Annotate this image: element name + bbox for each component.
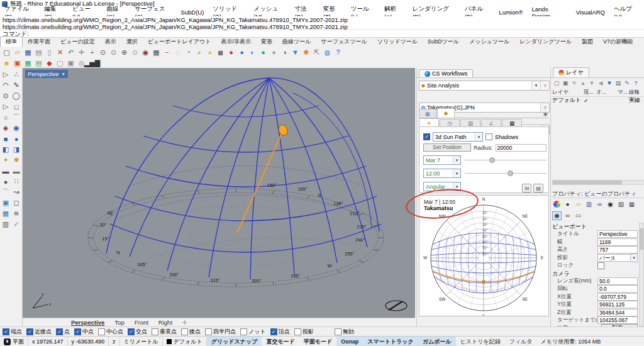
toolbar-tab[interactable]: 表示 (100, 37, 121, 47)
toolbar-icon[interactable]: ▦ (23, 48, 33, 57)
toolbar-icon[interactable]: ▢ (55, 59, 65, 68)
toolbar-tab[interactable]: ビューの設定 (55, 37, 100, 47)
tool-palette-icon[interactable]: ● (1, 176, 11, 187)
property-value-input[interactable]: 757 (597, 246, 638, 254)
tool-palette-icon[interactable]: ▬ (1, 165, 11, 176)
toolbar-icon[interactable]: ◕ (204, 48, 215, 57)
toolbar-icon[interactable]: ▤ (33, 48, 44, 57)
osnap-checkbox[interactable]: ✓ (3, 328, 9, 335)
tab-location[interactable]: ◍ (419, 109, 436, 118)
add-viewport-icon[interactable]: ✛ (178, 319, 192, 326)
toolbar-icon[interactable]: ◐ (247, 48, 258, 57)
tool-palette-icon[interactable]: □ (11, 101, 22, 112)
set-position-button[interactable]: Set Position (423, 143, 471, 152)
toolbar-icon[interactable]: ▂▅▇ (87, 59, 97, 68)
help-icon[interactable]: ? (540, 81, 549, 90)
layer-row-default[interactable]: デフォルト✓実線 (552, 96, 643, 104)
tool-palette-icon[interactable]: ◻ (11, 198, 22, 208)
toolbar-icon[interactable]: ⊙ (130, 48, 140, 57)
properties-vertical-scrollbar[interactable] (639, 223, 644, 326)
status-toggle[interactable]: スマートトラック (363, 337, 418, 346)
status-toggle[interactable]: ガムボール (418, 337, 456, 346)
osnap-checkbox[interactable] (152, 328, 158, 335)
toolbar-icon[interactable]: − (162, 48, 172, 57)
toolbar-icon[interactable]: ● (236, 48, 247, 57)
toolbar-tab[interactable]: 製図 (577, 37, 598, 47)
osnap-checkbox[interactable] (294, 328, 301, 335)
tool-palette-icon[interactable]: ▷ (1, 69, 11, 80)
north-rotation-widget-icon[interactable] (386, 301, 407, 311)
tool-palette-icon[interactable]: ◠ (1, 80, 11, 91)
tool-palette-icon[interactable]: ◈ (1, 123, 11, 133)
sun-path-dropdown[interactable]: 3d Sun Path ▼ (433, 132, 483, 142)
toolbar-icon[interactable]: ✛ (76, 48, 87, 57)
layers-horizontal-scrollbar[interactable] (552, 180, 643, 185)
viewport-tab[interactable]: Top (110, 319, 128, 326)
toolbar-icon[interactable]: ▼ (290, 48, 301, 57)
property-value-input[interactable]: パース (597, 254, 631, 262)
property-value-input[interactable]: 104255.067 (597, 316, 638, 324)
date-dropdown[interactable]: Mar 7 ▼ (423, 155, 461, 165)
osnap-checkbox[interactable] (98, 328, 105, 335)
status-toggle[interactable]: フィルタ (505, 337, 537, 346)
viewport-tab[interactable]: Perspective (67, 319, 109, 326)
toolbar-icon[interactable]: ↶ (65, 48, 76, 57)
layers-toolbar-icon[interactable]: ▼ (587, 79, 596, 87)
menu-item[interactable]: SubD(U) (176, 9, 208, 16)
toolbar-icon[interactable]: ◔ (183, 48, 194, 57)
toolbar-icon[interactable]: ▯ (44, 48, 55, 57)
layers-toolbar-icon[interactable]: ✎ (623, 79, 631, 87)
layers-column-header[interactable]: オ... (596, 89, 606, 96)
image-icon[interactable]: ▧ (616, 200, 626, 209)
properties-view-icon[interactable]: ◉ (552, 211, 562, 220)
status-toggle[interactable]: Osnap (336, 337, 363, 346)
display-icon[interactable]: ▥ (584, 200, 594, 209)
tool-palette-icon[interactable]: ▥ (1, 219, 11, 230)
link-icon[interactable]: ∞ (595, 200, 604, 209)
toolbar-icon[interactable]: ▦ (23, 59, 33, 68)
layers-toolbar-icon[interactable]: ? (631, 79, 640, 87)
property-value-input[interactable]: 0.0 (597, 285, 638, 293)
layers-toolbar-icon[interactable]: ▲ (579, 79, 587, 87)
toolbar-icon[interactable]: ◌ (172, 48, 183, 57)
layers-toolbar-icon[interactable]: ◀ (596, 79, 605, 87)
toolbar-icon[interactable]: ◕ (194, 48, 204, 57)
tool-palette-icon[interactable]: ▷ (1, 101, 11, 112)
active-layer-segment[interactable]: デフォルト (163, 337, 207, 346)
tool-palette-icon[interactable]: ■ (1, 133, 11, 144)
toolbar-tab[interactable]: 曲線ツール (277, 37, 316, 47)
layer-cell[interactable]: ✓ (584, 98, 596, 104)
tool-palette-icon[interactable]: ⊙ (1, 91, 11, 101)
tool-palette-icon[interactable]: ⌒ (11, 112, 22, 123)
toolbar-icon[interactable]: + (87, 48, 97, 57)
color-wheel-icon[interactable] (552, 200, 562, 209)
viewport-title-label[interactable]: Perspective ▼ (25, 70, 68, 78)
layers-toolbar-icon[interactable]: ▢ (552, 79, 561, 87)
viewport-tab[interactable]: Front (130, 319, 153, 326)
tool-palette-icon[interactable]: ∴ (11, 69, 22, 80)
tool-palette-icon[interactable]: ▬ (11, 165, 22, 176)
time-dropdown[interactable]: 12:00 ▼ (423, 169, 461, 178)
tool-palette-icon[interactable]: ▦ (1, 208, 11, 219)
tool-palette-icon[interactable]: ∷ (11, 176, 22, 187)
tool-palette-icon[interactable]: ✸ (11, 155, 22, 165)
layers-toolbar-icon[interactable]: ▤ (614, 79, 623, 87)
osnap-checkbox[interactable]: ✓ (74, 328, 81, 335)
toolbar-icon[interactable]: ▤ (33, 59, 44, 68)
tool-palette-icon[interactable]: ◧ (1, 144, 11, 155)
tool-palette-icon[interactable]: ✦ (1, 155, 11, 165)
property-value-input[interactable]: 1169 (597, 238, 638, 246)
viewport-tab[interactable]: Right (154, 319, 177, 326)
toolbar-tab[interactable]: 表示/非表示 (216, 37, 257, 47)
osnap-checkbox[interactable]: ✓ (128, 328, 135, 335)
toolbar-tab[interactable]: SubDツール (423, 37, 464, 47)
chevron-down-icon[interactable]: ▼ (631, 254, 638, 262)
osnap-checkbox[interactable]: ✓ (26, 328, 33, 335)
toolbar-icon[interactable]: ◍ (322, 48, 333, 57)
si-units-button[interactable]: SI (522, 184, 532, 193)
toolbar-icon[interactable]: ▢ (1, 48, 12, 57)
toolbar-tab[interactable]: メッシュツール (464, 37, 514, 47)
property-value-input[interactable]: 56921.125 (597, 301, 638, 308)
tool-palette-icon[interactable]: ○ (1, 112, 11, 123)
toolbar-tab[interactable]: 標準 (0, 36, 23, 47)
